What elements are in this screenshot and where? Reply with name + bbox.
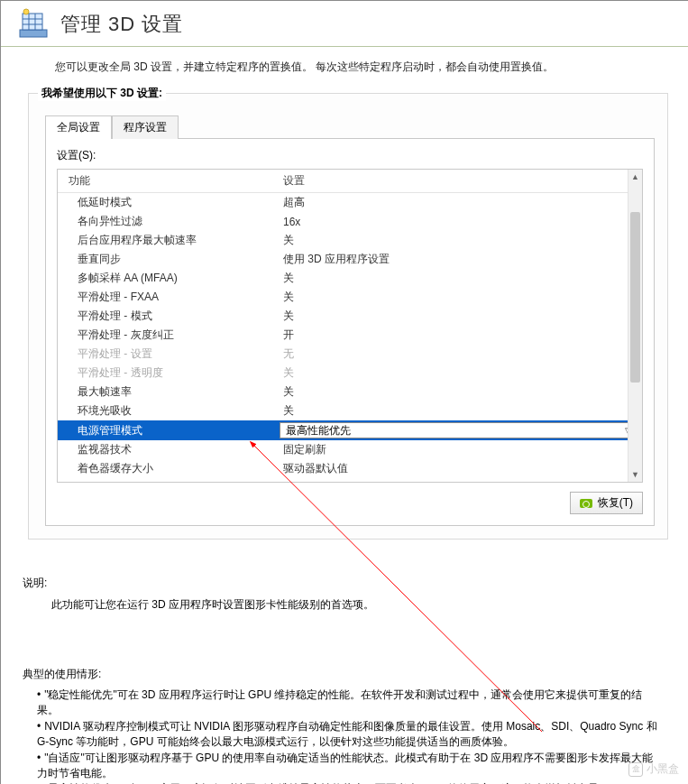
row-feature: 多帧采样 AA (MFAA) (63, 271, 280, 286)
row-value: 开 (280, 480, 637, 482)
settings-row[interactable]: 监视器技术固定刷新 (58, 440, 642, 459)
settings-row[interactable]: 平滑处理 - 设置无 (58, 345, 642, 364)
explain-body: 此功能可让您在运行 3D 应用程序时设置图形卡性能级别的首选项。 (51, 596, 670, 613)
row-value: 无 (280, 346, 637, 362)
svg-rect-1 (23, 14, 42, 30)
settings-row[interactable]: 平滑处理 - 模式关 (58, 307, 642, 326)
row-value: 关 (280, 233, 637, 248)
tab-program-settings[interactable]: 程序设置 (112, 115, 179, 139)
watermark: 盒 小黑盒 (628, 761, 679, 777)
row-feature: 平滑处理 - 透明度 (63, 365, 280, 381)
title-bar: 管理 3D 设置 (1, 1, 688, 47)
row-value: 超高 (280, 195, 637, 210)
usecase-list: "稳定性能优先"可在 3D 应用程序运行时让 GPU 维持稳定的性能。在软件开发… (37, 687, 661, 784)
scroll-down-icon[interactable]: ▼ (628, 467, 642, 482)
row-feature: 着色器缓存大小 (63, 461, 280, 476)
watermark-text: 小黑盒 (647, 761, 679, 777)
tab-body: 设置(S): 功能 设置 低延时模式超高各向异性过滤16x后台应用程序最大帧速率… (45, 138, 655, 526)
row-feature: 监视器技术 (63, 442, 280, 457)
row-value-dropdown[interactable]: 最高性能优先▽ (280, 422, 637, 438)
svg-point-6 (23, 9, 29, 14)
row-value: 使用 3D 应用程序设置 (280, 252, 637, 267)
row-value: 固定刷新 (280, 442, 637, 457)
intro-text: 您可以更改全局 3D 设置，并建立特定程序的置换值。 每次这些特定程序启动时，都… (1, 47, 688, 84)
settings-row[interactable]: 最大帧速率关 (58, 383, 642, 401)
explain-heading: 说明: (23, 576, 670, 591)
settings-row[interactable]: 平滑处理 - 透明度关 (58, 364, 642, 383)
settings-row[interactable]: 平滑处理 - FXAA关 (58, 288, 642, 307)
usecase-item: NVIDIA 驱动程序控制模式可让 NVIDIA 图形驱动程序自动确定性能和图像… (37, 719, 661, 751)
svg-rect-0 (20, 30, 47, 37)
row-value: 关 (280, 309, 637, 324)
scroll-up-icon[interactable]: ▲ (628, 170, 642, 184)
row-feature: 平滑处理 - 灰度纠正 (63, 327, 280, 343)
row-value: 关 (280, 384, 637, 400)
row-feature: 环境光吸收 (63, 403, 280, 419)
usecase-item: "稳定性能优先"可在 3D 应用程序运行时让 GPU 维持稳定的性能。在软件开发… (37, 687, 661, 719)
row-feature: 最大帧速率 (63, 384, 280, 400)
restore-label: 恢复(T) (598, 495, 633, 511)
settings-group: 我希望使用以下 3D 设置: 全局设置 程序设置 设置(S): 功能 设置 (28, 93, 668, 540)
settings-row[interactable]: 后台应用程序最大帧速率关 (58, 231, 642, 250)
watermark-icon: 盒 (628, 762, 643, 777)
settings-row[interactable]: 垂直同步使用 3D 应用程序设置 (58, 250, 642, 269)
group-title: 我希望使用以下 3D 设置: (38, 86, 166, 101)
row-value: 关 (280, 403, 637, 419)
settings-row[interactable]: 低延时模式超高 (58, 193, 642, 212)
row-feature: 后台应用程序最大帧速率 (63, 233, 280, 248)
column-setting: 设置 (280, 173, 637, 189)
dropdown-value: 最高性能优先 (286, 423, 351, 438)
settings-row[interactable]: 多帧采样 AA (MFAA)关 (58, 269, 642, 288)
settings-row[interactable]: 平滑处理 - 灰度纠正开 (58, 326, 642, 345)
usecase-heading: 典型的使用情形: (23, 667, 670, 682)
tab-global-settings[interactable]: 全局设置 (45, 115, 112, 139)
settings-listbox: 功能 设置 低延时模式超高各向异性过滤16x后台应用程序最大帧速率关垂直同步使用… (57, 169, 643, 483)
row-value: 驱动器默认值 (280, 461, 637, 476)
column-feature: 功能 (63, 173, 280, 189)
settings-row[interactable]: 纹理过滤 - 三线性优化开 (58, 478, 642, 482)
tab-row: 全局设置 程序设置 (45, 115, 655, 138)
settings-label: 设置(S): (57, 148, 643, 163)
settings-row[interactable]: 环境光吸收关 (58, 401, 642, 420)
nvidia-3d-icon (15, 6, 51, 42)
row-value: 16x (280, 216, 637, 228)
row-value: 关 (280, 271, 637, 286)
settings-row[interactable]: 着色器缓存大小驱动器默认值 (58, 459, 642, 478)
scroll-thumb[interactable] (630, 212, 640, 382)
row-feature: 平滑处理 - 设置 (63, 346, 280, 362)
settings-row[interactable]: 电源管理模式最高性能优先▽ (58, 420, 642, 440)
row-feature: 平滑处理 - FXAA (63, 290, 280, 305)
row-value: 关 (280, 365, 637, 381)
page-title: 管理 3D 设置 (60, 11, 183, 38)
usecase-item: "自适应"可让图形驱动程序基于 GPU 的使用率自动确定适当的性能状态。此模式有… (37, 751, 661, 782)
row-feature: 平滑处理 - 模式 (63, 309, 280, 324)
restore-button[interactable]: 恢复(T) (570, 492, 643, 514)
row-feature: 低延时模式 (63, 195, 280, 210)
row-feature: 各向异性过滤 (63, 214, 280, 229)
row-value: 关 (280, 290, 637, 305)
scrollbar[interactable]: ▲ ▼ (628, 170, 642, 482)
settings-row[interactable]: 各向异性过滤16x (58, 212, 642, 231)
settings-header-row: 功能 设置 (58, 170, 642, 193)
nvidia-logo-icon (580, 499, 592, 508)
row-feature: 电源管理模式 (63, 423, 280, 438)
row-value: 开 (280, 327, 637, 343)
row-feature: 纹理过滤 - 三线性优化 (63, 480, 280, 482)
row-feature: 垂直同步 (63, 252, 280, 267)
